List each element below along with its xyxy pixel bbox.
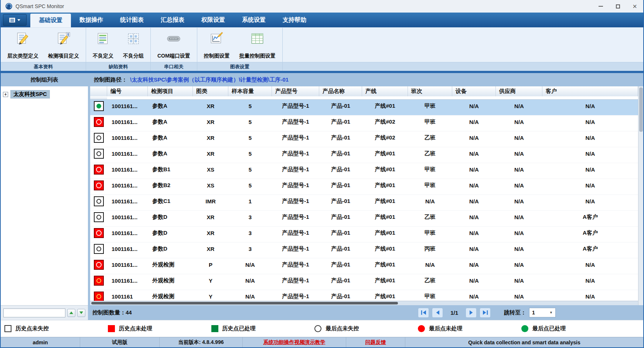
table-row[interactable]: 1001161...参数AXR5产品型号-1产品-01产线#01乙班N/AN/A… [90, 147, 638, 163]
status-icon [94, 260, 104, 270]
status-dot [96, 215, 101, 220]
column-header-supplier[interactable]: 供应商 [496, 86, 542, 96]
table-row[interactable]: 1001161...参数AXR5产品型号-1产品-01产线#02乙班N/AN/A… [90, 131, 638, 147]
tab-permission-settings[interactable]: 权限设置 [193, 13, 234, 27]
control-chart-setup-button[interactable]: 控制图设置 [200, 30, 234, 61]
chart-count-value: 44 [126, 309, 132, 316]
tab-support-help[interactable]: 支持帮助 [274, 13, 315, 27]
table-row[interactable]: 1001161...参数DXR3产品型号-1产品-01产线#01乙班N/AN/A… [90, 211, 638, 227]
app-menu-button[interactable] [3, 14, 27, 26]
first-page-button[interactable] [418, 308, 429, 318]
cell-device: N/A [452, 258, 496, 271]
tab-basic-settings[interactable]: 基础设置 [30, 14, 71, 27]
cell-device: N/A [452, 163, 496, 176]
tree-search-input[interactable] [3, 309, 65, 317]
table-row[interactable]: 1001161...参数AXR5产品型号-1产品-01产线#02甲班N/AN/A… [90, 116, 638, 131]
vertical-scrollbar[interactable] [638, 86, 643, 305]
horizontal-scrollbar-thumb[interactable] [91, 302, 398, 304]
table-row[interactable]: 1001161...参数B2XS5产品型号-1产品-01产线#01甲班N/AN/… [90, 179, 638, 195]
column-header-sample-size[interactable]: 样本容量 [228, 86, 272, 96]
status-legend: 历史点未失控历史点未处理历史点已处理最后点未失控最后点未处理最后点已处理 [1, 320, 643, 337]
defect-group-button[interactable]: 不良分组 [119, 30, 147, 61]
cell-filler [90, 224, 107, 227]
chevron-down-icon: ▼ [549, 311, 553, 314]
next-page-button[interactable] [466, 308, 477, 318]
statusbar-slogan: Quick data collection and smart data ana… [405, 337, 643, 347]
legend-item-circle-green: 最后点已处理 [521, 325, 566, 332]
video-tutorial-link[interactable]: 系统功能操作视频演示教学 [243, 337, 346, 347]
table-header: 编号检测项目图类样本容量产品型号产品名称产线班次设备供应商客户 [90, 86, 638, 100]
tab-system-settings[interactable]: 系统设置 [234, 13, 274, 27]
tab-statistical-charts[interactable]: 统计图表 [112, 13, 152, 27]
batch-control-chart-setup-button[interactable]: 批量控制图设置 [236, 30, 279, 61]
column-header-device[interactable]: 设备 [452, 86, 496, 96]
cell-device: N/A [452, 179, 496, 192]
table-row[interactable]: 1001161外观检测YN/A产品型号-1产品-01产线#01甲班N/AN/AN… [90, 290, 638, 301]
cell-item: 参数C1 [148, 195, 193, 208]
column-header-item[interactable]: 检测项目 [148, 86, 193, 96]
maximize-button[interactable] [609, 0, 626, 13]
cell-product-name: 产品-01 [319, 258, 362, 271]
close-button[interactable]: × [626, 0, 643, 13]
tab-summary-reports[interactable]: 汇总报表 [152, 13, 193, 27]
table-row[interactable]: 1001161...参数DXR3产品型号-1产品-01产线#01丙班N/AN/A… [90, 242, 638, 258]
table-row[interactable]: 1001161...外观检测YN/A产品型号-1产品-01产线#01乙班N/AN… [90, 274, 638, 290]
close-icon: × [633, 3, 637, 10]
table-row[interactable]: 1001161...参数AXR5产品型号-1产品-01产线#01甲班N/AN/A… [90, 100, 638, 116]
cell-line: 产线#02 [362, 131, 408, 144]
status-icon [94, 276, 104, 286]
legend-item-square-red: 历史点未处理 [108, 325, 152, 332]
com-port-setup-button[interactable]: COM端口设置 [154, 30, 194, 61]
cell-code: 1001161... [107, 131, 148, 144]
column-header-product-name[interactable]: 产品名称 [319, 86, 362, 96]
feedback-link[interactable]: 问题反馈 [346, 337, 405, 347]
chart-table-wrap: 编号检测项目图类样本容量产品型号产品名称产线班次设备供应商客户 1001161.… [90, 86, 643, 305]
cell-code: 1001161... [107, 116, 148, 128]
column-header-code[interactable]: 编号 [107, 86, 148, 96]
column-header-customer[interactable]: 客户 [542, 86, 638, 96]
tab-data-operations[interactable]: 数据操作 [71, 13, 112, 27]
cell-line: 产线#01 [362, 195, 408, 208]
cell-product-model: 产品型号-1 [272, 116, 319, 128]
legend-label: 最后点未处理 [429, 325, 462, 332]
status-dot [96, 183, 102, 188]
table-row[interactable]: 1001161...外观检测PN/A产品型号-1产品-01产线#01N/AN/A… [90, 258, 638, 274]
table-row[interactable]: 1001161...参数DXR3产品型号-1产品-01产线#01甲班N/AN/A… [90, 227, 638, 242]
cell-product-model: 产品型号-1 [272, 227, 319, 240]
status-dot [96, 230, 102, 236]
prev-page-button[interactable] [432, 308, 443, 318]
last-page-button[interactable] [480, 308, 491, 318]
cell-filler [90, 144, 107, 147]
cell-filler [90, 240, 107, 242]
search-up-button[interactable] [67, 309, 75, 317]
minimize-button[interactable] [592, 0, 609, 13]
defect-define-button[interactable]: 不良定义 [89, 30, 117, 61]
cell-chart-type: XR [193, 242, 228, 255]
cell-customer: N/A [542, 274, 638, 287]
table-row[interactable]: 1001161...参数B1XS5产品型号-1产品-01产线#01甲班N/AN/… [90, 163, 638, 179]
com-port-setup-icon [167, 32, 181, 46]
vertical-scrollbar-thumb[interactable] [639, 87, 643, 132]
legend-label: 最后点未失控 [326, 325, 359, 332]
search-down-button[interactable] [77, 309, 85, 317]
legend-label: 历史点已处理 [222, 325, 256, 332]
column-header-shift[interactable]: 班次 [408, 86, 452, 96]
cell-filler [90, 208, 107, 211]
jump-page-select[interactable]: 1 ▼ [529, 308, 556, 317]
column-header-product-model[interactable]: 产品型号 [272, 86, 319, 96]
column-header-chart-type[interactable]: 图类 [193, 86, 228, 96]
cell-product-model: 产品型号-1 [272, 242, 319, 255]
column-header-status[interactable] [90, 86, 107, 96]
cell-item: 参数B1 [148, 163, 193, 176]
ribbon-toolbar: 层次类型定义检测项目定义基本资料不良定义不良分组缺陷资料COM端口设置串口相关控… [1, 27, 643, 71]
horizontal-scrollbar[interactable] [90, 301, 638, 305]
tree-expander-icon[interactable]: + [3, 92, 8, 97]
tree-node-taiyou-spc[interactable]: + 太友科技SPC [3, 90, 86, 99]
inspection-item-define-button[interactable]: 检测项目定义 [44, 30, 83, 61]
cell-sample-size: 5 [228, 116, 272, 128]
status-dot [96, 247, 101, 251]
cell-product-model: 产品型号-1 [272, 163, 319, 176]
hierarchy-type-define-button[interactable]: 层次类型定义 [4, 30, 42, 61]
column-header-line[interactable]: 产线 [362, 86, 408, 96]
table-row[interactable]: 1001161...参数C1IMR1产品型号-1产品-01产线#01N/AN/A… [90, 195, 638, 211]
